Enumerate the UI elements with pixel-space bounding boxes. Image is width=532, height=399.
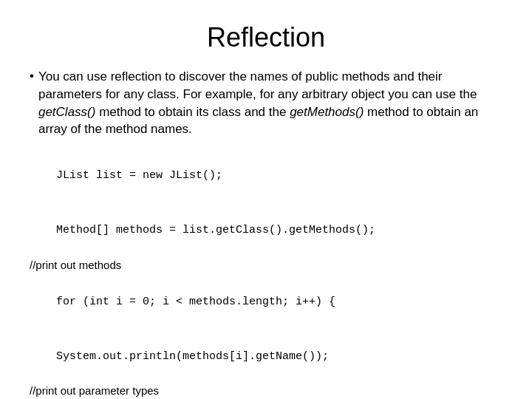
comment2: //print out parameter types — [30, 384, 159, 397]
bullet-point: • You can use reflection to discover the… — [30, 68, 502, 138]
bullet-symbol: • — [30, 69, 34, 83]
italic-getclass: getClass() — [38, 105, 95, 119]
code-line4: System.out.println(methods[i].getName())… — [56, 350, 329, 363]
slide-container: Reflection • You can use reflection to d… — [0, 0, 532, 399]
code-line3-block: for (int i = 0; i < methods.length; i++)… — [30, 276, 335, 328]
code-line1: JList list = new JList(); — [56, 169, 222, 182]
comment1-block: //print out methods — [30, 256, 121, 273]
comment1: //print out methods — [30, 259, 121, 271]
code-line2: Method[] methods = list.getClass().getMe… — [56, 224, 375, 236]
bullet-content: You can use reflection to discover the n… — [38, 68, 502, 138]
italic-getmethods: getMethods() — [290, 105, 364, 119]
code-section: JList list = new JList(); — [30, 150, 222, 202]
code-line3: for (int i = 0; i < methods.length; i++)… — [56, 296, 335, 308]
comment2-block: //print out parameter types — [30, 382, 159, 399]
slide-title: Reflection — [30, 22, 502, 53]
code-line4-block: System.out.println(methods[i].getName())… — [30, 331, 329, 383]
code-line2-block: Method[] methods = list.getClass().getMe… — [30, 205, 375, 256]
